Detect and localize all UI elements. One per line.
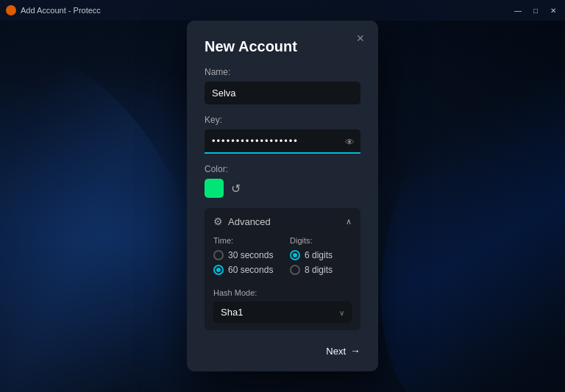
time-60-row: 60 seconds xyxy=(213,265,275,275)
color-swatch[interactable] xyxy=(205,179,224,198)
color-reset-icon[interactable]: ↺ xyxy=(231,182,241,196)
advanced-columns: Time: 30 seconds 60 seconds Digits: xyxy=(213,236,352,279)
digits-8-label: 8 digits xyxy=(305,265,333,275)
hash-select-wrapper: Sha1 Sha256 Sha512 MD5 ∨ xyxy=(213,302,352,323)
advanced-body: Time: 30 seconds 60 seconds Digits: xyxy=(213,236,352,323)
digits-8-radio[interactable] xyxy=(290,265,300,275)
digits-label: Digits: xyxy=(290,236,352,245)
next-arrow-icon: → xyxy=(350,345,360,357)
digits-8-row: 8 digits xyxy=(290,265,352,275)
time-label: Time: xyxy=(213,236,275,245)
key-input[interactable] xyxy=(205,129,360,154)
modal-overlay: ✕ New Account Name: Key: 👁 Color: ↺ ⚙ Ad… xyxy=(0,0,565,392)
time-60-label: 60 seconds xyxy=(228,265,273,275)
key-field-wrapper: 👁 xyxy=(205,129,360,154)
time-column: Time: 30 seconds 60 seconds xyxy=(213,236,275,279)
name-input[interactable] xyxy=(205,82,360,104)
time-60-radio[interactable] xyxy=(213,265,224,275)
key-label: Key: xyxy=(205,115,360,125)
new-account-modal: ✕ New Account Name: Key: 👁 Color: ↺ ⚙ Ad… xyxy=(187,21,378,371)
next-button[interactable]: Next → xyxy=(326,345,360,357)
color-label: Color: xyxy=(205,164,360,174)
advanced-left: ⚙ Advanced xyxy=(213,215,271,227)
hash-mode-label: Hash Mode: xyxy=(213,288,352,297)
name-label: Name: xyxy=(205,67,360,77)
hash-mode-select[interactable]: Sha1 Sha256 Sha512 MD5 xyxy=(213,302,352,323)
time-30-label: 30 seconds xyxy=(228,250,273,260)
digits-6-row: 6 digits xyxy=(290,250,352,260)
color-section: Color: ↺ xyxy=(205,164,360,198)
modal-title: New Account xyxy=(205,38,360,55)
time-30-radio[interactable] xyxy=(213,250,224,260)
advanced-header[interactable]: ⚙ Advanced ∧ xyxy=(213,215,352,227)
next-label: Next xyxy=(326,346,346,357)
digits-column: Digits: 6 digits 8 digits xyxy=(290,236,352,279)
advanced-chevron-icon: ∧ xyxy=(346,217,352,227)
modal-close-button[interactable]: ✕ xyxy=(353,31,368,46)
advanced-label: Advanced xyxy=(228,216,271,227)
digits-6-label: 6 digits xyxy=(305,250,333,260)
digits-6-radio[interactable] xyxy=(290,250,300,260)
show-key-icon[interactable]: 👁 xyxy=(345,136,355,147)
gear-icon: ⚙ xyxy=(213,215,223,227)
modal-footer: Next → xyxy=(205,342,360,357)
advanced-section: ⚙ Advanced ∧ Time: 30 seconds xyxy=(205,208,360,330)
time-30-row: 30 seconds xyxy=(213,250,275,260)
color-row: ↺ xyxy=(205,179,360,198)
